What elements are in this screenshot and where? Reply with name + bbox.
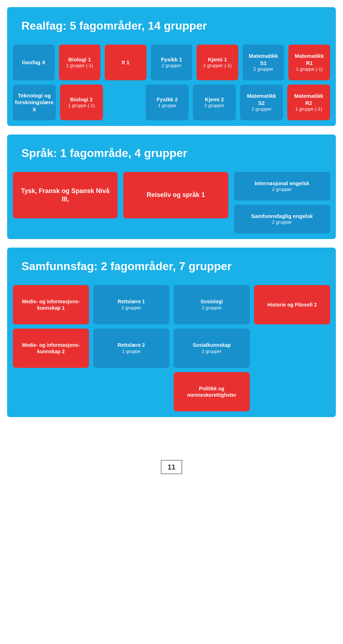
card-medie2-name: Medie- og informasjons-kunnskap 2 bbox=[17, 342, 85, 355]
card-teknologi[interactable]: Teknologi og forskningslære X bbox=[13, 85, 56, 120]
card-samfunnsfaglig-engelsk-sub: 2 grupper bbox=[272, 219, 292, 225]
card-medie1[interactable]: Medie- og informasjons-kunnskap 1 bbox=[13, 285, 89, 324]
card-biologi2-name: Biologi 2 bbox=[70, 96, 93, 103]
card-internasjonal[interactable]: Internasjonal engelsk 2 grupper bbox=[234, 172, 330, 201]
samfunnsfag-section: Samfunnsfag: 2 fagområder, 7 grupper Med… bbox=[7, 248, 336, 417]
card-biologi1-name: Biologi 1 bbox=[68, 56, 91, 63]
samfunnsfag-grid: Medie- og informasjons-kunnskap 1 Medie-… bbox=[13, 285, 330, 411]
card-geofag-x-name: Geofag X bbox=[22, 59, 45, 66]
card-teknologi-name: Teknologi og forskningslære X bbox=[15, 92, 54, 113]
card-fysikk1-sub: 2 grupper bbox=[161, 63, 182, 69]
card-internasjonal-sub: 2 grupper bbox=[272, 187, 292, 193]
card-internasjonal-name: Internasjonal engelsk bbox=[255, 180, 309, 187]
card-mat-s2[interactable]: Matematikk S2 2 grupper bbox=[240, 85, 283, 120]
card-samfunnsfaglig-engelsk[interactable]: Samfunnsfaglig engelsk 2 grupper bbox=[234, 205, 330, 233]
card-kjemi1-name: Kjemi 1 bbox=[208, 56, 227, 63]
sprak-grid: Tysk, Fransk og Spansk Nivå III, Reiseli… bbox=[13, 172, 330, 233]
card-mat-r1[interactable]: Matematikk R1 1 gruppe (-1) bbox=[288, 45, 330, 80]
card-historie-filosofi-name: Historie og Filosofi 2 bbox=[267, 301, 317, 308]
card-mat-s2-sub: 2 grupper bbox=[252, 106, 272, 112]
card-rettslare1[interactable]: Rettslære 1 2 grupper bbox=[93, 285, 169, 324]
card-kjemi2-name: Kjemi 2 bbox=[205, 96, 224, 103]
sprak-header: Språk: 1 fagområde, 4 grupper bbox=[13, 140, 330, 166]
card-rettslare2-sub: 1 gruppe bbox=[122, 349, 140, 355]
card-medie2[interactable]: Medie- og informasjons-kunnskap 2 bbox=[13, 329, 89, 368]
card-mat-s1[interactable]: Matematikk S1 2 grupper bbox=[243, 45, 284, 80]
card-rettslare2-name: Rettslære 2 bbox=[118, 342, 145, 348]
samfunnsfag-col4: Historie og Filosofi 2 bbox=[254, 285, 330, 411]
sprak-section: Språk: 1 fagområde, 4 grupper Tysk, Fran… bbox=[7, 135, 336, 239]
page-number: 11 bbox=[161, 460, 182, 474]
samfunnsfag-header: Samfunnsfag: 2 fagområder, 7 grupper bbox=[13, 253, 330, 279]
card-biologi1-sub: 1 gruppe (-1) bbox=[66, 63, 93, 69]
card-historie-filosofi[interactable]: Historie og Filosofi 2 bbox=[254, 285, 330, 324]
page-number-area: 11 bbox=[7, 446, 336, 474]
card-rettslare1-sub: 2 grupper bbox=[121, 305, 141, 311]
card-fysikk2-sub: 1 gruppe bbox=[158, 103, 176, 109]
card-kjemi1-sub: 2 grupper (-1) bbox=[203, 63, 232, 69]
card-reiseliv-name: Reiseliv og språk 1 bbox=[146, 191, 205, 199]
card-mat-s1-sub: 2 grupper bbox=[253, 66, 273, 72]
card-biologi2[interactable]: Biologi 2 1 gruppe (-1) bbox=[60, 85, 103, 120]
card-sosiologi[interactable]: Sosiologi 2 grupper bbox=[174, 285, 250, 324]
sprak-right-col: Internasjonal engelsk 2 grupper Samfunns… bbox=[234, 172, 330, 233]
card-tysk-fransk[interactable]: Tysk, Fransk og Spansk Nivå III, bbox=[13, 172, 118, 218]
card-tysk-fransk-name: Tysk, Fransk og Spansk Nivå III, bbox=[17, 187, 113, 204]
realfag-section: Realfag: 5 fagområder, 14 grupper Geofag… bbox=[7, 7, 336, 126]
card-politikk-name: Politikk og menneskerettigheter bbox=[178, 385, 245, 398]
card-mat-r2-name: Matematikk R2 bbox=[292, 92, 326, 106]
card-sosialkunnskap[interactable]: Sosialkunnskap 2 grupper bbox=[174, 329, 250, 368]
card-mat-r2-sub: 1 gruppe (-1) bbox=[295, 106, 322, 112]
card-kjemi1[interactable]: Kjemi 1 2 grupper (-1) bbox=[197, 45, 238, 80]
card-kjemi2-sub: 2 grupper bbox=[204, 103, 224, 109]
card-mat-r2[interactable]: Matematikk R2 1 gruppe (-1) bbox=[287, 85, 330, 120]
card-reiseliv[interactable]: Reiseliv og språk 1 bbox=[123, 172, 228, 218]
realfag-row1: Geofag X Biologi 1 1 gruppe (-1) It 1 Fy… bbox=[13, 45, 330, 80]
card-it1[interactable]: It 1 bbox=[105, 45, 146, 80]
card-fysikk2-name: Fysikk 2 bbox=[156, 96, 178, 103]
card-fysikk1[interactable]: Fysikk 1 2 grupper bbox=[151, 45, 193, 80]
card-kjemi2[interactable]: Kjemi 2 2 grupper bbox=[193, 85, 236, 120]
samfunnsfag-col3: Sosiologi 2 grupper Sosialkunnskap 2 gru… bbox=[174, 285, 250, 411]
card-politikk[interactable]: Politikk og menneskerettigheter bbox=[174, 372, 250, 411]
card-biologi1[interactable]: Biologi 1 1 gruppe (-1) bbox=[59, 45, 101, 80]
card-biologi2-sub: 1 gruppe (-1) bbox=[68, 103, 95, 109]
card-samfunnsfaglig-engelsk-name: Samfunnsfaglig engelsk bbox=[251, 213, 313, 220]
realfag-header: Realfag: 5 fagområder, 14 grupper bbox=[13, 13, 330, 39]
card-fysikk1-name: Fysikk 1 bbox=[161, 56, 182, 63]
card-sosialkunnskap-name: Sosialkunnskap bbox=[193, 342, 231, 348]
card-rettslare1-name: Rettslære 1 bbox=[118, 298, 145, 305]
card-sosialkunnskap-sub: 2 grupper bbox=[202, 349, 222, 355]
card-geofag-x[interactable]: Geofag X bbox=[13, 45, 55, 80]
card-mat-r1-sub: 1 gruppe (-1) bbox=[296, 66, 323, 72]
card-mat-r1-name: Matematikk R1 bbox=[293, 52, 326, 66]
card-sosiologi-sub: 2 grupper bbox=[202, 305, 222, 311]
card-medie1-name: Medie- og informasjons-kunnskap 1 bbox=[17, 298, 85, 311]
card-mat-s1-name: Matematikk S1 bbox=[247, 52, 280, 66]
card-fysikk2[interactable]: Fysikk 2 1 gruppe bbox=[146, 85, 189, 120]
realfag-row2: Teknologi og forskningslære X Biologi 2 … bbox=[13, 85, 330, 120]
card-mat-s2-name: Matematikk S2 bbox=[244, 92, 279, 106]
card-it1-name: It 1 bbox=[122, 59, 130, 66]
card-rettslare2[interactable]: Rettslære 2 1 gruppe bbox=[93, 329, 169, 368]
card-sosiologi-name: Sosiologi bbox=[200, 298, 223, 305]
samfunnsfag-col2: Rettslære 1 2 grupper Rettslære 2 1 grup… bbox=[93, 285, 169, 411]
samfunnsfag-col1: Medie- og informasjons-kunnskap 1 Medie-… bbox=[13, 285, 89, 411]
